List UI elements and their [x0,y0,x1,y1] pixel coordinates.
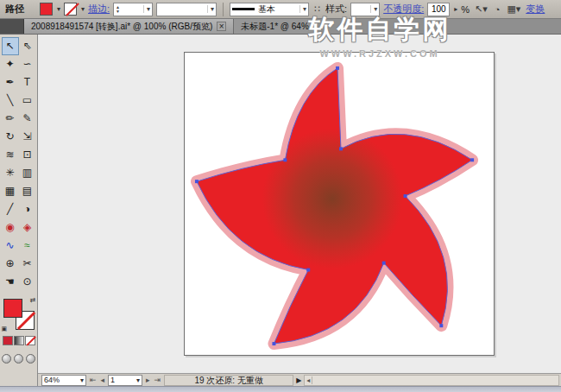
artboard-number-value: 1 [110,376,115,384]
artboard[interactable] [184,52,495,356]
document-tab-label: 未标题-1* @ 64% [241,21,309,33]
transform-panel-link[interactable]: 变换 [526,3,545,16]
eyedropper-tool[interactable]: ╱ [2,200,19,218]
direct-selection-tool[interactable]: ⇖ [19,37,36,55]
select-similar-icon[interactable]: ↖▾ [473,3,489,15]
fill-dropdown-icon[interactable]: ▾ [57,5,60,13]
fullscreen-menu-mode-button[interactable] [14,354,23,364]
lasso-tool[interactable]: ∽ [19,55,36,73]
stroke-weight-spinner-icon[interactable]: ▲▼ [116,5,120,14]
symbol-sprayer-tool[interactable]: ✳ [2,164,19,182]
mesh-tool[interactable]: ▦ [2,182,19,200]
tool-palette: ↖ ⇖ ✦ ∽ ✒ T ╲ ▭ ✏ ✎ ↻ ⇲ ≋ ⊡ ✳ ▥ ▦ ▤ ╱ ◑ [0,35,38,386]
panel-tab-nub [0,19,24,34]
fullscreen-mode-button[interactable] [26,354,35,364]
artboard-dropdown-icon[interactable]: ▾ [136,376,140,384]
star-artwork [185,53,494,355]
control-bar: 路径 ▾ ▾ 描边: ▲▼ ▾ ▾ 基本 ▾ ∷ 样式: ▾ 不透明度: ▸ %… [0,0,561,19]
horizontal-scrollbar[interactable]: ◂ [304,375,559,386]
last-artboard-icon[interactable]: ⇥ [154,376,162,384]
graph-tool[interactable]: ▥ [19,164,36,182]
width-profile-combo[interactable]: ▾ [156,3,217,16]
warp-tool[interactable]: ≋ [2,146,19,164]
stroke-weight-combo[interactable]: ▲▼ ▾ [113,3,153,16]
pencil-tool[interactable]: ✎ [19,110,36,128]
window-bottom-edge [0,386,561,392]
zoom-dropdown-icon[interactable]: ▾ [80,376,84,384]
scroll-left-icon[interactable]: ◂ [305,376,312,384]
opacity-input[interactable] [427,3,450,16]
document-tab-inactive[interactable]: 未标题-1* @ 64% [234,19,317,34]
previous-artboard-icon[interactable]: ◂ [100,376,106,384]
first-artboard-icon[interactable]: ⇤ [89,376,98,384]
blend-tool[interactable]: ◑ [19,200,36,218]
brush-definition-value: 基本 [258,3,275,16]
stroke-weight-dropdown-icon[interactable]: ▾ [143,5,150,13]
selection-tool[interactable]: ↖ [2,37,19,55]
type-tool[interactable]: T [19,73,36,92]
slice-tool[interactable]: ✂ [19,255,36,273]
document-tab-active[interactable]: 2008918491574 [转换].ai* @ 100% (RGB/预览) × [24,19,234,34]
status-flyout-icon[interactable]: ▶ [296,376,301,384]
history-status: 19 次还原: 无重做 [164,375,293,386]
stroke-dropdown-icon[interactable]: ▾ [81,5,85,13]
line-tool[interactable]: ╲ [2,92,19,110]
opacity-dropdown-icon[interactable]: ▸ [454,5,457,13]
default-fill-stroke-icon[interactable]: ▣ [2,326,8,332]
document-tab-bar: 2008918491574 [转换].ai* @ 100% (RGB/预览) ×… [0,19,561,35]
live-paint-selection-tool[interactable]: ◈ [19,218,36,237]
width-profile-dropdown-icon[interactable]: ▾ [207,5,214,13]
canvas[interactable] [38,35,561,373]
rotate-tool[interactable]: ↻ [2,128,19,146]
fill-color-swatch[interactable] [40,3,53,16]
hand-tool[interactable]: ☚ [2,273,19,291]
rectangle-tool[interactable]: ▭ [19,92,36,110]
paint-mode-buttons [3,336,35,345]
fill-color-box[interactable] [3,299,22,318]
scale-tool[interactable]: ⇲ [19,128,36,146]
status-bar: 64% ▾ ⇤ ◂ 1 ▾ ▸ ⇥ 19 次还原: 无重做 ▶ ◂ [38,373,561,386]
magic-wand-tool[interactable]: ✦ [2,55,19,73]
gradient-mode-button[interactable] [14,336,24,345]
stroke-color-swatch[interactable] [64,3,77,16]
stroke-panel-link[interactable]: 描边: [88,3,110,16]
tab-close-icon[interactable]: × [217,22,226,31]
gradient-tool[interactable]: ▤ [19,182,36,200]
main-area: ↖ ⇖ ✦ ∽ ✒ T ╲ ▭ ✏ ✎ ↻ ⇲ ≋ ⊡ ✳ ▥ ▦ ▤ ╱ ◑ [0,35,561,386]
pen-tool[interactable]: ✒ [2,73,19,92]
opacity-unit-label: % [461,4,470,15]
style-label: 样式: [325,3,347,16]
selection-type-label: 路径 [5,3,24,16]
artboard-number-combo[interactable]: 1 ▾ [108,375,142,386]
divider [223,3,224,16]
swap-fill-stroke-icon[interactable]: ⇄ [30,296,36,304]
document-tab-label: 2008918491574 [转换].ai* @ 100% (RGB/预览) [31,21,212,33]
opacity-panel-link[interactable]: 不透明度: [383,3,424,16]
paintbrush-tool[interactable]: ✏ [2,110,19,128]
canvas-column: 64% ▾ ⇤ ◂ 1 ▾ ▸ ⇥ 19 次还原: 无重做 ▶ ◂ [38,35,561,386]
zoom-tool[interactable]: ⊙ [19,273,36,291]
live-trace-tool[interactable]: ∿ [2,237,19,255]
smooth-tool[interactable]: ≈ [19,237,36,255]
tool-grid: ↖ ⇖ ✦ ∽ ✒ T ╲ ▭ ✏ ✎ ↻ ⇲ ≋ ⊡ ✳ ▥ ▦ ▤ ╱ ◑ [2,37,36,291]
live-paint-bucket-tool[interactable]: ◉ [2,218,19,237]
graphic-style-combo[interactable]: ▾ [350,3,380,16]
brush-definition-combo[interactable]: 基本 ▾ [230,3,309,16]
screen-mode-buttons [2,354,35,364]
recolor-artwork-icon[interactable]: ◔ [493,4,502,15]
zoom-level-value: 64% [44,376,60,384]
next-artboard-icon[interactable]: ▸ [145,376,151,384]
brush-dropdown-icon[interactable]: ▾ [299,5,306,13]
normal-screen-mode-button[interactable] [2,354,11,364]
crop-area-tool[interactable]: ⊕ [2,255,19,273]
illustrator-window: 路径 ▾ ▾ 描边: ▲▼ ▾ ▾ 基本 ▾ ∷ 样式: ▾ 不透明度: ▸ %… [0,0,561,392]
color-mode-button[interactable] [3,336,13,345]
none-mode-button[interactable] [25,336,35,345]
free-transform-tool[interactable]: ⊡ [19,146,36,164]
brush-options-icon[interactable]: ∷ [312,3,322,15]
brush-stroke-preview-icon [232,8,255,10]
transparency-grid-icon[interactable]: ▦▾ [505,3,522,15]
zoom-level-combo[interactable]: 64% ▾ [41,375,86,386]
style-dropdown-icon[interactable]: ▾ [370,5,377,13]
fill-stroke-widget: ⇄ ▣ [3,298,35,331]
